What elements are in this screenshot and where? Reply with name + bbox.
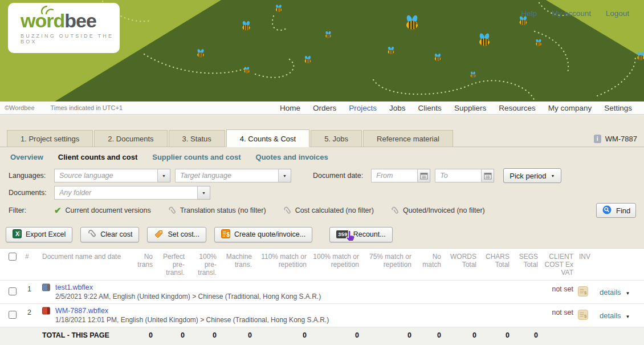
filter-quoted-invoiced[interactable]: Quoted/Invoiced (no filter)	[391, 206, 485, 215]
row-number: 2	[24, 304, 41, 327]
top-navigation-bar: ©Wordbee Times indicated in UTC+1 Home O…	[0, 102, 644, 115]
col-words-total: WORDS Total	[442, 249, 478, 281]
target-language-dropdown-button[interactable]: ▼	[279, 169, 291, 182]
actions-toolbar: X Export Excel Clear cost Set cost... $ …	[0, 226, 644, 242]
main-menu: Home Orders Projects Jobs Clients Suppli…	[274, 104, 638, 112]
total-segs: 0	[511, 327, 539, 345]
svg-text:$: $	[227, 231, 230, 237]
details-dropdown[interactable]: details▼	[594, 304, 644, 327]
filter-chips-row: Filter: ✔ Current document versions Tran…	[0, 201, 644, 220]
nav-clients[interactable]: Clients	[412, 104, 448, 112]
total-row: TOTAL - THIS PAGE 0 0 0 0 0 0 0 0 0 0 0	[0, 327, 644, 345]
wordbee-logo: wordbee BUZZING OUTSIDE THE BOX	[8, 3, 120, 53]
nav-settings[interactable]: Settings	[598, 104, 638, 112]
subtab-supplier-counts[interactable]: Supplier counts and cost	[152, 153, 241, 161]
row-checkbox[interactable]	[9, 287, 17, 295]
logo-text: wordbee	[21, 11, 120, 30]
recount-button[interactable]: 359 Recount...	[329, 227, 393, 242]
languages-filter-row: Languages: ▼ ▼ Document date: Pick perio…	[0, 167, 644, 184]
filter-translation-status[interactable]: Translation status (no filter)	[168, 206, 266, 215]
invoice-icon[interactable]: $	[578, 310, 588, 320]
calendar-icon[interactable]	[482, 169, 494, 182]
nav-orders[interactable]: Orders	[307, 104, 343, 112]
tab-status[interactable]: 3. Status	[169, 130, 225, 147]
tab-project-settings[interactable]: 1. Project settings	[7, 130, 93, 147]
documents-label: Documents:	[9, 189, 54, 197]
create-quote-invoice-button[interactable]: $ Create quote/invoice...	[214, 227, 312, 242]
find-button[interactable]: Find	[596, 203, 636, 218]
documents-filter-row: Documents: ▼	[0, 184, 644, 201]
project-ref-label: WM-7887	[605, 135, 637, 143]
chevron-down-icon: ▼	[551, 174, 555, 178]
source-language-dropdown-button[interactable]: ▼	[158, 169, 170, 182]
date-from-input[interactable]	[371, 169, 418, 182]
help-link[interactable]: Help	[521, 9, 537, 18]
nav-resources[interactable]: Resources	[492, 104, 542, 112]
paperclip-icon	[168, 206, 176, 215]
source-language-combo: ▼	[54, 169, 170, 182]
total-100-match: 0	[308, 327, 360, 345]
details-dropdown[interactable]: details▼	[594, 281, 644, 304]
pick-period-button[interactable]: Pick period▼	[503, 168, 561, 183]
svg-text:X: X	[15, 231, 19, 237]
document-link[interactable]: test1.wbflex	[55, 283, 93, 291]
subtab-overview[interactable]: Overview	[10, 153, 43, 161]
project-reference: i WM-7887	[594, 135, 637, 143]
nav-jobs[interactable]: Jobs	[383, 104, 412, 112]
counter-icon: 359	[336, 230, 349, 238]
tab-counts-and-cost[interactable]: 4. Counts & Cost	[226, 129, 309, 147]
nav-projects[interactable]: Projects	[343, 104, 383, 112]
tab-jobs[interactable]: 5. Jobs	[311, 130, 362, 147]
date-to-combo	[435, 169, 494, 182]
invoice-icon: $	[221, 229, 230, 240]
document-date-label: Document date:	[313, 172, 363, 180]
folder-dropdown-button[interactable]: ▼	[198, 186, 210, 200]
svg-text:$: $	[584, 314, 587, 319]
my-account-link[interactable]: My account	[552, 9, 591, 18]
invoice-icon[interactable]: $	[578, 286, 588, 297]
clear-cost-button[interactable]: Clear cost	[80, 227, 139, 242]
filter-cost-calculated[interactable]: Cost calculated (no filter)	[283, 206, 374, 215]
document-icon	[42, 283, 50, 291]
col-inv: INV	[574, 249, 594, 281]
folder-input[interactable]	[54, 186, 198, 200]
chevron-down-icon: ▼	[626, 314, 630, 319]
account-links: Help My account Logout	[508, 9, 629, 18]
export-excel-button[interactable]: X Export Excel	[6, 227, 72, 242]
nav-suppliers[interactable]: Suppliers	[448, 104, 492, 112]
subtab-client-counts[interactable]: Client counts and cost	[58, 153, 137, 161]
total-100-pre: 0	[186, 327, 218, 345]
total-chars: 0	[478, 327, 511, 345]
col-75-match: 75% match or repetition	[360, 249, 413, 281]
total-110-match: 0	[253, 327, 308, 345]
tab-reference-material[interactable]: Reference material	[363, 130, 453, 147]
row-checkbox[interactable]	[9, 311, 17, 319]
subtab-quotes-invoices[interactable]: Quotes and invoices	[256, 153, 328, 161]
document-meta: 1/18/2021 12:01 PM, English (United King…	[55, 316, 538, 324]
info-icon[interactable]: i	[594, 135, 601, 143]
table-row: 1 test1.wbflex 2/5/2021 9:22 AM, English…	[0, 281, 644, 304]
row-number: 1	[24, 281, 41, 304]
col-machine-trans: Machine trans.	[218, 249, 253, 281]
calendar-icon[interactable]	[418, 169, 430, 182]
total-perfect: 0	[154, 327, 186, 345]
col-client-cost: CLIENT COST Ex VAT	[539, 249, 574, 281]
select-all-checkbox[interactable]	[9, 253, 17, 261]
target-language-input[interactable]	[175, 169, 279, 182]
document-meta: 2/5/2021 9:22 AM, English (United Kingdo…	[55, 293, 538, 301]
total-words: 0	[442, 327, 478, 345]
logo-antennae-icon	[38, 5, 55, 14]
nav-my-company[interactable]: My company	[542, 104, 598, 112]
tag-icon	[154, 229, 164, 240]
col-document-name: Document name and date	[41, 249, 127, 281]
filter-current-versions[interactable]: ✔ Current document versions	[54, 205, 151, 216]
document-link[interactable]: WM-7887.wbflex	[55, 307, 108, 315]
set-cost-button[interactable]: Set cost...	[147, 227, 206, 242]
tab-documents[interactable]: 2. Documents	[94, 130, 167, 147]
source-language-input[interactable]	[54, 169, 158, 182]
copyright-text: ©Wordbee	[5, 104, 35, 111]
date-to-input[interactable]	[435, 169, 482, 182]
logout-link[interactable]: Logout	[606, 9, 629, 18]
table-header-row: # Document name and date No trans Perfec…	[0, 249, 644, 281]
nav-home[interactable]: Home	[274, 104, 307, 112]
